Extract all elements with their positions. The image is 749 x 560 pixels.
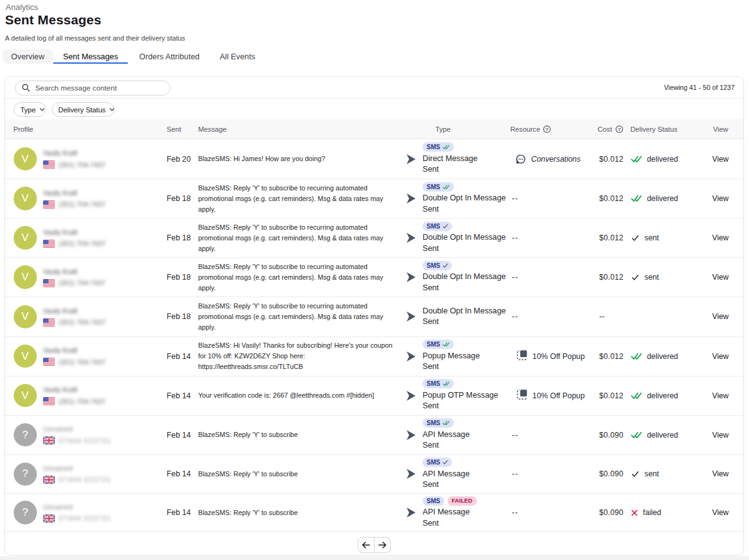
svg-text:?: ? <box>617 126 620 132</box>
svg-text:?: ? <box>546 126 549 132</box>
